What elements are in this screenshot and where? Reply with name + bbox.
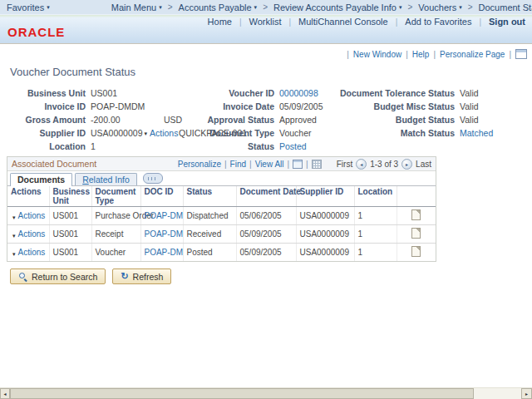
cell-document-type: Voucher [91,244,140,262]
view-all-link[interactable]: View All [255,160,284,169]
row-actions-link[interactable]: Actions [18,248,46,257]
scroll-right-icon[interactable]: ▸ [521,388,532,399]
cell-location: 1 [354,225,397,244]
personalize-page-link[interactable]: Personalize Page [440,50,505,59]
doc-id-link[interactable]: POAP-DM [145,229,184,239]
field-label: Budget Status [330,115,455,125]
gross-amount-value: -200.00 [91,115,121,125]
breadcrumb-item-document-status: Document Status [479,2,532,12]
groupbox-header: Associated Document Personalize | Find |… [7,157,436,171]
separator: | [396,17,398,27]
breadcrumb-separator: > [407,2,412,12]
cell-status: Dispatched [183,207,236,225]
cell-document-type: Receipt [91,225,140,244]
fields-left-column: Business UnitUS001 Invoice IDPOAP-DMDM G… [7,86,178,153]
horizontal-scrollbar[interactable]: ◂ ▸ [0,387,532,399]
cell-supplier-id: USA0000009 [296,225,354,244]
show-all-columns-icon[interactable] [143,173,163,184]
cell-status: Received [183,225,236,244]
cell-supplier-id: USA0000009 [296,207,354,225]
breadcrumb-bar: Favorites ▾ Main Menu ▾ > Accounts Payab… [0,0,532,15]
location-value: 1 [91,141,96,151]
separator: | [509,50,511,59]
row-actions-link[interactable]: Actions [18,211,46,220]
tab-documents[interactable]: Documents [10,173,72,186]
status-link[interactable]: Posted [279,141,307,151]
cell-document-date: 05/06/2005 [236,207,296,225]
first-link[interactable]: First [337,160,352,169]
column-header-supplier-id: Supplier ID [296,186,354,207]
fields-right-column: Document Tolerance StatusValid Budget Mi… [330,86,493,140]
page-action-links: | New Window | Help | Personalize Page | [347,49,527,59]
nav-home[interactable]: Home [208,17,232,27]
document-icon[interactable] [411,228,421,239]
universal-nav: Home | Worklist | MultiChannel Console |… [208,17,525,27]
section-title: Associated Document [12,159,96,169]
grid-pagination: First ◂ 1-3 of 3 ▸ Last [337,159,431,170]
new-window-link[interactable]: New Window [353,50,401,59]
separator: | [239,17,242,27]
match-status-link[interactable]: Matched [460,128,493,138]
find-link[interactable]: Find [230,160,246,169]
chevron-down-icon: ▾ [254,4,258,11]
row-range-label: 1-3 of 3 [370,160,398,169]
doc-id-link[interactable]: POAP-DM [145,248,184,257]
field-label: Status [195,141,274,151]
tab-related-info[interactable]: Related Info [75,173,137,185]
favorites-menu[interactable]: Favorites ▾ [7,2,50,12]
zoom-grid-icon[interactable] [293,160,303,169]
page-url-icon[interactable] [515,49,527,59]
document-type-value: Voucher [279,128,312,138]
previous-rows-icon[interactable]: ◂ [356,159,367,170]
document-icon[interactable] [411,246,421,257]
cell-document-date: 05/09/2005 [236,225,296,244]
voucher-id-link[interactable]: 00000098 [279,88,318,98]
scroll-left-icon[interactable]: ◂ [0,388,10,399]
row-actions-link[interactable]: Actions [18,229,46,239]
oracle-logo: ORACLE [7,25,65,39]
scrollbar-thumb[interactable] [10,388,474,399]
associated-document-table: Actions Business Unit Document Type DOC … [7,186,436,261]
nav-multichannel-console[interactable]: MultiChannel Console [298,17,388,27]
cell-business-unit: US001 [49,225,91,244]
invoice-id-value: POAP-DMDM [91,101,145,111]
field-label: Business Unit [7,88,86,98]
last-link[interactable]: Last [416,160,431,169]
help-link[interactable]: Help [412,50,430,59]
supplier-actions-link[interactable]: Actions [150,128,178,138]
breadcrumb-item-vouchers[interactable]: Vouchers ▾ [418,2,461,12]
doc-tolerance-status-value: Valid [460,88,479,98]
doc-id-link[interactable]: POAP-DM [145,211,184,220]
personalize-link[interactable]: Personalize [178,160,221,169]
chevron-down-icon: ▾ [12,233,16,239]
supplier-id-value: USA0000009 [91,128,142,138]
separator: | [288,17,291,27]
nav-worklist[interactable]: Worklist [249,17,282,27]
chevron-down-icon: ▾ [12,251,16,257]
refresh-button[interactable]: ↻ Refresh [112,268,171,284]
chevron-down-icon: ▾ [47,4,50,11]
main-menu[interactable]: Main Menu ▾ [111,2,162,12]
separator: | [479,17,481,27]
cell-business-unit: US001 [49,244,91,262]
currency-code: USD [164,115,182,125]
column-header-business-unit: Business Unit [49,186,91,207]
nav-add-to-favorites[interactable]: Add to Favorites [405,17,471,27]
field-label: Document Type [195,128,274,138]
breadcrumb-item-accounts-payable[interactable]: Accounts Payable ▾ [179,2,258,12]
document-icon[interactable] [411,209,421,220]
chevron-down-icon: ▾ [159,4,162,11]
chevron-down-icon: ▾ [459,4,462,11]
download-grid-icon[interactable] [312,160,322,169]
breadcrumb-item-review-ap-info[interactable]: Review Accounts Payable Info ▾ [273,2,402,12]
sign-out-link[interactable]: Sign out [489,17,525,27]
app-header: Home | Worklist | MultiChannel Console |… [0,15,532,44]
breadcrumb-separator: > [168,2,173,12]
main-menu-label: Main Menu [111,2,156,12]
field-label: Approval Status [195,115,274,125]
chevron-down-icon: ▾ [144,131,147,137]
field-label: Invoice Date [195,101,274,111]
next-rows-icon[interactable]: ▸ [401,159,412,170]
table-row: ▾Actions US001 Receipt POAP-DM Received … [7,225,436,244]
return-to-search-button[interactable]: Return to Search [10,268,106,284]
